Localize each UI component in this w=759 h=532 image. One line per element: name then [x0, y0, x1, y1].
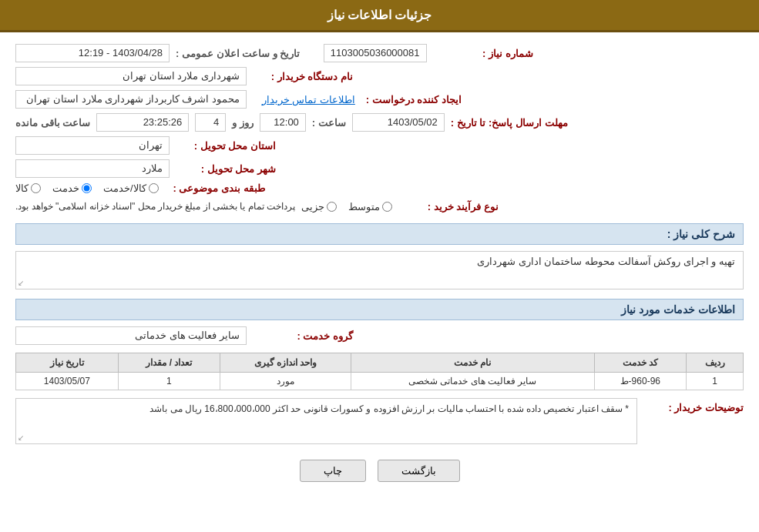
response-remaining: 23:25:26 — [96, 113, 189, 132]
col-header-date: تاریخ نیاز — [16, 353, 119, 373]
response-date: 1403/05/02 — [352, 113, 445, 132]
col-header-row: ردیف — [687, 353, 744, 373]
buyer-org-row: نام دستگاه خریدار : شهرداری ملارد استان … — [15, 67, 744, 85]
response-days: 4 — [195, 113, 226, 132]
delivery-city-value: ملارد — [15, 159, 170, 178]
response-time-label: ساعت : — [312, 117, 346, 129]
creator-label: ایجاد کننده درخواست : — [361, 94, 462, 105]
page-header: جزئیات اطلاعات نیاز — [0, 0, 759, 32]
response-deadline-label: مهلت ارسال پاسخ: تا تاریخ : — [451, 117, 568, 129]
back-button[interactable]: بازگشت — [378, 460, 460, 482]
subject-label: طبقه بندی موضوعی : — [165, 182, 265, 194]
response-remaining-label: ساعت باقی مانده — [15, 117, 90, 129]
buyers-notes-label: توضیحات خریدار : — [643, 402, 744, 413]
need-number-value: 1103005036000081 — [324, 44, 427, 62]
cell-quantity: 1 — [118, 373, 220, 390]
purchase-type-row: نوع فرآیند خرید : متوسط جزیی پرداخت تمام… — [15, 199, 744, 214]
cell-code: 960-96-ط — [594, 373, 686, 390]
delivery-city-label: شهر محل تحویل : — [176, 163, 276, 175]
subject-option-kala[interactable]: کالا — [15, 182, 41, 194]
col-header-code: کد خدمت — [594, 353, 686, 373]
announcement-label: تاریخ و ساعت اعلان عمومی : — [176, 48, 300, 59]
cell-unit: مورد — [220, 373, 351, 390]
purchase-type-label: نوع فرآیند خرید : — [398, 201, 499, 212]
purchase-type-jozyi[interactable]: جزیی — [301, 201, 337, 212]
table-row: 1 960-96-ط سایر فعالیت های خدماتی شخصی م… — [16, 373, 744, 390]
buyers-notes-row: توضیحات خریدار : * سقف اعتبار تخصیص داده… — [15, 398, 744, 444]
subject-radio-group: کالا/خدمت خدمت کالا — [15, 182, 159, 194]
need-number-row: شماره نیاز : 1103005036000081 تاریخ و سا… — [15, 44, 744, 62]
purchase-note: پرداخت تمام یا بخشی از مبلغ خریدار محل "… — [15, 199, 295, 214]
col-header-unit: واحد اندازه گیری — [220, 353, 351, 373]
delivery-city-row: شهر محل تحویل : ملارد — [15, 159, 744, 178]
delivery-province-label: استان محل تحویل : — [176, 140, 276, 152]
announcement-value: 1403/04/28 - 12:19 — [15, 44, 170, 62]
response-time: 12:00 — [260, 113, 306, 132]
general-desc-value: تهیه و اجرای روکش آسفالت محوطه ساختمان ا… — [15, 251, 744, 289]
creator-row: ایجاد کننده درخواست : اطلاعات تماس خریدا… — [15, 90, 744, 109]
buyer-org-value: شهرداری ملارد استان تهران — [15, 67, 247, 85]
general-desc-section: شرح کلی نیاز : — [15, 223, 744, 245]
services-table: ردیف کد خدمت نام خدمت واحد اندازه گیری ت… — [15, 353, 744, 390]
purchase-type-mutavassit[interactable]: متوسط — [348, 201, 392, 212]
delivery-province-value: تهران — [15, 136, 170, 155]
header-title: جزئیات اطلاعات نیاز — [327, 8, 432, 22]
subject-option-kala-khedmat[interactable]: کالا/خدمت — [103, 182, 159, 194]
subject-row: طبقه بندی موضوعی : کالا/خدمت خدمت کالا — [15, 182, 744, 194]
cell-date: 1403/05/07 — [16, 373, 119, 390]
response-days-label: روز و — [232, 117, 254, 129]
service-group-value: سایر فعالیت های خدماتی — [15, 326, 247, 345]
buyers-notes-value: * سقف اعتبار تخصیص داده شده با احتساب ما… — [15, 398, 637, 444]
general-desc-label: شرح کلی نیاز : — [667, 228, 735, 240]
cell-row: 1 — [687, 373, 744, 390]
subject-option-khedmat[interactable]: خدمت — [52, 182, 92, 194]
need-number-label: شماره نیاز : — [433, 48, 533, 59]
col-header-name: نام خدمت — [351, 353, 595, 373]
response-deadline-row: مهلت ارسال پاسخ: تا تاریخ : 1403/05/02 س… — [15, 113, 744, 132]
services-info-section: اطلاعات خدمات مورد نیاز — [15, 299, 744, 320]
creator-value: محمود اشرف کاربرداز شهرداری ملارد استان … — [15, 90, 247, 109]
cell-name: سایر فعالیت های خدماتی شخصی — [351, 373, 595, 390]
contact-link[interactable]: اطلاعات تماس خریدار — [262, 94, 355, 105]
delivery-province-row: استان محل تحویل : تهران — [15, 136, 744, 155]
service-group-row: گروه خدمت : سایر فعالیت های خدماتی — [15, 326, 744, 345]
service-group-label: گروه خدمت : — [253, 330, 353, 342]
print-button[interactable]: چاپ — [300, 460, 366, 482]
buyer-org-label: نام دستگاه خریدار : — [253, 71, 353, 82]
purchase-type-radio-group: متوسط جزیی — [301, 201, 392, 212]
bottom-buttons-area: بازگشت چاپ — [15, 460, 744, 497]
col-header-quantity: تعداد / مقدار — [118, 353, 220, 373]
services-info-label: اطلاعات خدمات مورد نیاز — [621, 303, 735, 316]
